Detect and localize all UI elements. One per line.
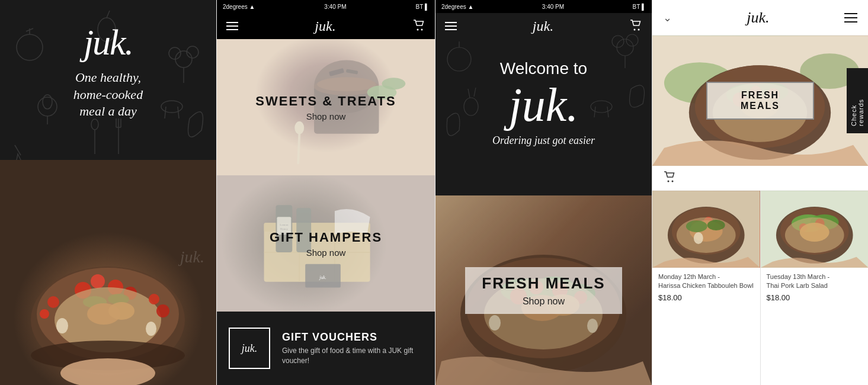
svg-point-116: [686, 220, 707, 232]
hero-logo-p3: juk.: [435, 81, 652, 129]
product-info-1: Monday 12th March - Harissa Chicken Tabb…: [652, 268, 760, 307]
sweets-shop-card[interactable]: SWEETS & TREATS Shop now: [217, 39, 435, 175]
time-display: 3:40 PM: [324, 4, 346, 10]
sweets-overlay: SWEETS & TREATS Shop now: [217, 39, 435, 175]
svg-point-127: [784, 217, 844, 253]
voucher-text: GIFT VOUCHERS Give the gift of food & ti…: [282, 331, 423, 366]
product-date-2: Tuesday 13th March - Thai Pork Larb Sala…: [767, 272, 863, 291]
hero-tagline: One healthy, home-cooked meal a day: [0, 69, 216, 120]
hamburger-menu-icon-p4[interactable]: [844, 13, 857, 23]
hampers-overlay: GIFT HAMPERS Shop now: [217, 175, 435, 312]
svg-line-8: [107, 11, 110, 18]
product-card-1[interactable]: Monday 12th March - Harissa Chicken Tabb…: [652, 191, 760, 385]
panel-hero: juk. One healthy, home-cooked meal a day…: [0, 0, 216, 385]
mobile-nav-bar: juk.: [217, 13, 435, 39]
check-rewards-tab[interactable]: Check rewards: [847, 68, 868, 133]
cart-icon-p3[interactable]: [629, 19, 642, 33]
welcome-to-text: Welcome to: [435, 59, 652, 78]
hero-text-block: juk. One healthy, home-cooked meal a day: [0, 24, 216, 120]
hampers-shop-card[interactable]: Lemon Honey Ginger juk. GIFT HAMPERS Sho…: [217, 175, 435, 312]
product-image-2: [761, 191, 869, 268]
bowl-svg: [0, 160, 216, 385]
product-card-2[interactable]: Tuesday 13th March - Thai Pork Larb Sala…: [761, 191, 869, 385]
brand-logo: juk.: [0, 24, 216, 60]
voucher-title: GIFT VOUCHERS: [282, 331, 423, 344]
battery-bluetooth: BT ▌: [416, 4, 429, 10]
svg-point-117: [707, 220, 725, 230]
fresh-meals-section[interactable]: FRESH MEALS Shop now: [435, 195, 652, 385]
watermark-logo: juk.: [180, 248, 204, 267]
svg-point-79: [638, 29, 639, 31]
svg-point-107: [672, 181, 674, 182]
voucher-logo-box: juk.: [229, 328, 270, 369]
hamburger-menu-icon-p3[interactable]: [445, 22, 457, 30]
nav-logo-p3: juk.: [533, 18, 553, 34]
carrier-signal: 2degrees ▲: [223, 4, 255, 10]
hampers-cta: Shop now: [306, 248, 346, 258]
fresh-meals-card[interactable]: FRESH MEALS Shop now: [435, 195, 652, 385]
ordering-subtitle: Ordering just got easier: [435, 134, 652, 147]
svg-point-115: [677, 217, 736, 253]
product-date-1: Monday 12th March - Harissa Chicken Tabb…: [658, 272, 754, 291]
cart-icon-p4[interactable]: [663, 171, 676, 185]
battery-p3: BT ▌: [633, 4, 646, 10]
product-price-2: $18.00: [767, 293, 863, 302]
product-grid: Monday 12th March - Harissa Chicken Tabb…: [652, 191, 868, 385]
svg-point-78: [633, 29, 635, 31]
product-price-1: $18.00: [658, 293, 754, 302]
hampers-title: GIFT HAMPERS: [270, 230, 382, 245]
header-logo: juk.: [747, 9, 769, 27]
panel3-nav-bar: juk.: [435, 13, 652, 39]
svg-point-42: [421, 28, 422, 30]
fresh-meals-banner-label: FRESH MEALS: [724, 90, 796, 111]
hamburger-menu-icon[interactable]: [226, 22, 238, 30]
status-bar: 2degrees ▲ 3:40 PM BT ▌: [217, 0, 435, 13]
fresh-meals-banner-image: FRESH MEALS Check rewards: [652, 36, 868, 166]
panel-mobile-shop: 2degrees ▲ 3:40 PM BT ▌ juk.: [216, 0, 435, 385]
svg-point-68: [617, 39, 633, 56]
cart-icon[interactable]: [412, 19, 425, 34]
svg-point-25: [91, 274, 105, 288]
nav-logo: juk.: [315, 18, 335, 34]
fresh-meals-banner-box[interactable]: FRESH MEALS: [706, 82, 814, 120]
chevron-down-icon[interactable]: ⌄: [663, 11, 672, 24]
vouchers-shop-card[interactable]: juk. GIFT VOUCHERS Give the gift of food…: [217, 312, 435, 385]
cart-row: [652, 166, 868, 191]
fresh-meals-cta: Shop now: [482, 296, 605, 307]
svg-line-21: [15, 145, 21, 155]
panel3-status-bar: 2degrees ▲ 3:40 PM BT ▌: [435, 0, 652, 13]
fresh-meals-label: FRESH MEALS Shop now: [465, 267, 622, 314]
product-listing-header: ⌄ juk.: [652, 0, 868, 36]
svg-point-15: [91, 119, 98, 130]
sweets-cta: Shop now: [306, 111, 346, 121]
carrier-signal-p3: 2degrees ▲: [441, 4, 473, 10]
product-info-2: Tuesday 13th March - Thai Pork Larb Sala…: [761, 268, 869, 307]
svg-point-118: [694, 232, 703, 244]
voucher-description: Give the gift of food & time with a JUK …: [282, 346, 423, 366]
time-display-p3: 3:40 PM: [542, 4, 564, 10]
food-bowl-illustration: [0, 160, 216, 385]
welcome-block: Welcome to juk. Ordering just got easier: [435, 59, 652, 147]
svg-point-106: [668, 181, 670, 182]
product-image-1: [652, 191, 760, 268]
panel-product-listing: ⌄ juk. F: [652, 0, 868, 385]
panel-welcome: 2degrees ▲ 3:40 PM BT ▌ juk. Welcome to …: [435, 0, 652, 385]
voucher-logo: juk.: [242, 342, 258, 355]
shop-content: SWEETS & TREATS Shop now: [217, 39, 435, 385]
fresh-meals-title: FRESH MEALS: [482, 274, 605, 293]
svg-point-41: [417, 28, 418, 30]
sweets-title: SWEETS & TREATS: [255, 94, 396, 109]
